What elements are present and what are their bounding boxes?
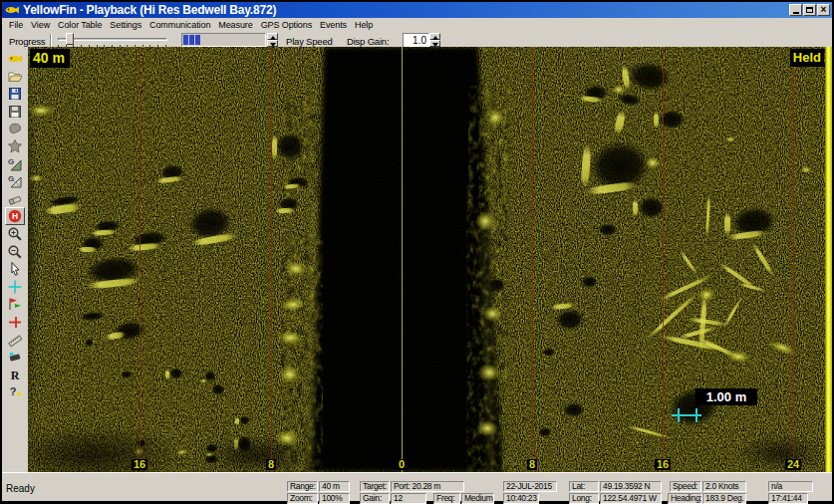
ruler-tick-label: 8 bbox=[527, 459, 537, 470]
held-indicator: Held bbox=[790, 49, 824, 67]
disp-gain-input[interactable] bbox=[403, 33, 429, 48]
close-button[interactable]: × bbox=[817, 4, 830, 16]
menu-measure[interactable]: Measure bbox=[214, 20, 256, 30]
sonar-display[interactable]: 40 m Held 168081624 1.00 m bbox=[28, 47, 832, 472]
svg-text:?: ? bbox=[10, 385, 17, 397]
range-scale-label: 40 m bbox=[30, 49, 70, 68]
track-marker-icon[interactable] bbox=[5, 313, 25, 331]
menu-communication[interactable]: Communication bbox=[145, 20, 214, 30]
minimize-button[interactable] bbox=[789, 4, 802, 16]
status-field: Heading: bbox=[668, 493, 702, 504]
toolbar-separator bbox=[50, 34, 52, 47]
progress-block bbox=[195, 35, 200, 45]
measure-ruler-icon[interactable] bbox=[5, 331, 25, 349]
svg-text:G: G bbox=[8, 156, 14, 165]
status-field: 2.0 Knots bbox=[702, 481, 746, 492]
status-field: 12 bbox=[391, 493, 426, 504]
menu-file[interactable]: File bbox=[5, 20, 27, 30]
measurement-tick-end bbox=[695, 408, 697, 422]
status-field: Speed: bbox=[670, 481, 701, 492]
open-file-icon[interactable] bbox=[5, 68, 25, 86]
menu-bar: FileViewColor TableSettingsCommunication… bbox=[2, 18, 832, 32]
menu-view[interactable]: View bbox=[27, 20, 54, 30]
ruler-tick-label: 0 bbox=[397, 459, 407, 470]
spin-up-icon[interactable] bbox=[267, 33, 278, 40]
progress-block bbox=[183, 35, 188, 45]
contact-blob-icon[interactable] bbox=[5, 120, 25, 137]
status-field: 122.54.4971 W bbox=[600, 493, 662, 504]
disp-gain-spinner[interactable] bbox=[429, 33, 440, 47]
restore-button[interactable] bbox=[803, 4, 816, 16]
status-field: Medium bbox=[461, 493, 494, 504]
crosshair-icon[interactable] bbox=[5, 278, 25, 296]
disp-gain-label: Disp Gain: bbox=[347, 36, 389, 47]
status-field: 22-JUL-2015 bbox=[503, 481, 557, 492]
save-icon[interactable] bbox=[5, 85, 25, 103]
polygon-target-icon[interactable] bbox=[5, 137, 25, 155]
status-field: 40 m bbox=[319, 481, 350, 492]
svg-text:H: H bbox=[12, 211, 18, 221]
status-field: Target: bbox=[360, 481, 390, 492]
range-gridline bbox=[139, 47, 140, 472]
eraser-icon[interactable] bbox=[5, 190, 25, 208]
hold-icon[interactable]: H bbox=[5, 207, 25, 225]
clean-eraser-icon[interactable] bbox=[5, 348, 25, 366]
latest-ping-strip bbox=[825, 47, 832, 472]
measurement-tick-start bbox=[678, 408, 680, 422]
title-bar: YellowFin - Playback (Hi Res Bedwell Bay… bbox=[2, 2, 832, 18]
range-gridline bbox=[663, 47, 664, 472]
center-track-line bbox=[402, 47, 403, 472]
status-field: Zoom: bbox=[287, 493, 318, 504]
menu-help[interactable]: Help bbox=[351, 20, 377, 30]
slider-thumb[interactable] bbox=[66, 33, 74, 45]
status-field: Freq: bbox=[433, 493, 460, 504]
status-field: Lat: bbox=[569, 481, 599, 492]
ruler-tick-label: 16 bbox=[655, 459, 671, 470]
progress-block bbox=[189, 35, 194, 45]
status-field: 17:41:44 bbox=[768, 493, 808, 504]
window-title: YellowFin - Playback (Hi Res Bedwell Bay… bbox=[23, 3, 276, 17]
menu-gps-options[interactable]: GPS Options bbox=[257, 20, 316, 30]
progress-label: Progress bbox=[9, 36, 45, 47]
help-icon[interactable]: ? bbox=[5, 382, 25, 400]
status-field: Long: bbox=[569, 493, 599, 504]
status-field: n/a bbox=[768, 481, 813, 492]
zoom-out-icon[interactable] bbox=[5, 243, 25, 261]
range-gridline bbox=[793, 47, 794, 472]
spin-down-icon[interactable] bbox=[267, 40, 278, 47]
status-field: Port: 20.28 m bbox=[391, 481, 464, 492]
menu-color-table[interactable]: Color Table bbox=[54, 20, 106, 30]
svg-text:R: R bbox=[11, 368, 20, 381]
application-window: YellowFin - Playback (Hi Res Bedwell Bay… bbox=[2, 2, 832, 501]
ruler-tick-label: 16 bbox=[132, 459, 147, 470]
sonar-gridlines bbox=[28, 47, 832, 472]
status-field: 183.9 Deg. bbox=[702, 493, 746, 504]
app-icon bbox=[4, 3, 20, 17]
tool-palette: GGHR? bbox=[2, 47, 28, 472]
ruler-tick-label: 24 bbox=[785, 459, 801, 470]
slider-track bbox=[58, 38, 167, 41]
play-speed-spinner[interactable] bbox=[267, 33, 278, 47]
gain-up-icon[interactable]: G bbox=[5, 155, 25, 173]
zoom-in-icon[interactable] bbox=[5, 225, 25, 243]
menu-settings[interactable]: Settings bbox=[106, 20, 145, 30]
spin-down-icon[interactable] bbox=[429, 40, 440, 47]
play-speed-progress bbox=[181, 33, 266, 47]
ruler-tick-label: 8 bbox=[266, 459, 276, 470]
spin-up-icon[interactable] bbox=[429, 33, 440, 40]
save-image-icon[interactable] bbox=[5, 103, 25, 121]
measurement-label: 1.00 m bbox=[695, 388, 757, 405]
yellowfin-fish-icon[interactable] bbox=[5, 50, 25, 68]
range-gridline bbox=[271, 47, 272, 472]
status-field: Range: bbox=[287, 481, 318, 492]
record-icon[interactable]: R bbox=[5, 366, 25, 383]
gain-down-icon[interactable]: G bbox=[5, 172, 25, 190]
status-field: 49.19.3592 N bbox=[600, 481, 662, 492]
range-gridline bbox=[532, 47, 533, 472]
pointer-icon[interactable] bbox=[5, 260, 25, 278]
menu-events[interactable]: Events bbox=[316, 20, 351, 30]
status-field: 10:40:23 bbox=[503, 493, 539, 504]
status-field: Gain: bbox=[360, 493, 390, 504]
play-speed-label: Play Speed bbox=[286, 36, 333, 47]
mark-flag-icon[interactable] bbox=[5, 295, 25, 313]
